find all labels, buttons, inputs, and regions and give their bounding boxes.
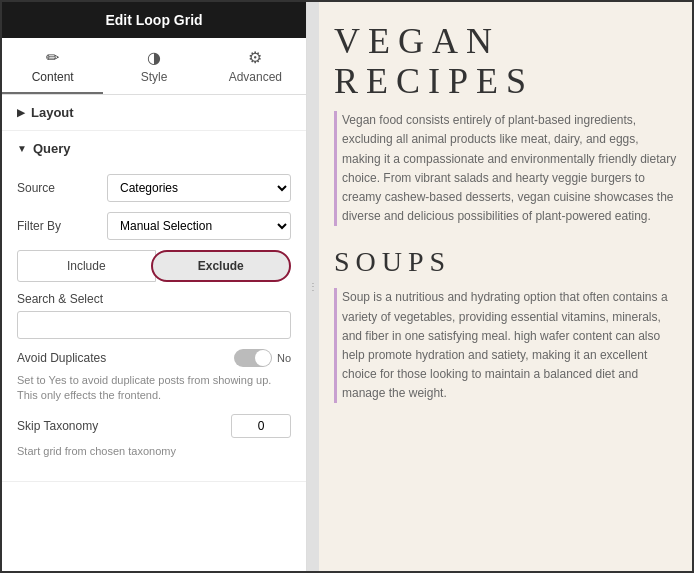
advanced-icon: ⚙	[248, 48, 262, 67]
left-panel: Edit Loop Grid ✏ Content ◑ Style ⚙ Advan…	[2, 2, 307, 571]
source-row: Source Categories Posts Pages	[17, 174, 291, 202]
query-section-header[interactable]: ▼ Query	[2, 131, 306, 166]
skip-input[interactable]	[231, 414, 291, 438]
layout-section: ▶ Layout	[2, 95, 306, 131]
filter-select-wrapper: Manual Selection Date Author	[107, 212, 291, 240]
search-select-label: Search & Select	[17, 292, 291, 306]
vegan-line1: VEGAN	[334, 22, 677, 62]
include-button[interactable]: Include	[17, 250, 156, 282]
skip-taxonomy-row: Skip Taxonomy	[17, 414, 291, 438]
tab-content-label: Content	[32, 70, 74, 84]
filter-select[interactable]: Manual Selection Date Author	[107, 212, 291, 240]
tab-advanced[interactable]: ⚙ Advanced	[205, 38, 306, 94]
layout-section-header[interactable]: ▶ Layout	[2, 95, 306, 130]
toggle-no-label: No	[277, 352, 291, 364]
source-select-wrapper: Categories Posts Pages	[107, 174, 291, 202]
layout-arrow: ▶	[17, 107, 25, 118]
query-label: Query	[33, 141, 71, 156]
include-exclude-row: Include Exclude	[17, 250, 291, 282]
avoid-label: Avoid Duplicates	[17, 351, 234, 365]
tab-style-label: Style	[141, 70, 168, 84]
tab-bar: ✏ Content ◑ Style ⚙ Advanced	[2, 38, 306, 95]
source-select[interactable]: Categories Posts Pages	[107, 174, 291, 202]
exclude-button[interactable]: Exclude	[151, 250, 292, 282]
avoid-toggle[interactable]: No	[234, 349, 291, 367]
skip-label: Skip Taxonomy	[17, 419, 231, 433]
filter-label: Filter By	[17, 219, 107, 233]
panel-body: ▶ Layout ▼ Query Source Categories Posts	[2, 95, 306, 571]
avoid-hint: Set to Yes to avoid duplicate posts from…	[17, 373, 291, 404]
search-input[interactable]	[17, 311, 291, 339]
query-section: ▼ Query Source Categories Posts Pages	[2, 131, 306, 482]
resize-handle[interactable]: ⋮	[307, 2, 319, 571]
soups-text-block: Soup is a nutritious and hydrating optio…	[334, 288, 677, 403]
style-icon: ◑	[147, 48, 161, 67]
soups-title: SOUPS	[334, 246, 677, 278]
toggle-thumb	[255, 350, 271, 366]
avoid-duplicates-row: Avoid Duplicates No	[17, 349, 291, 367]
content-icon: ✏	[46, 48, 59, 67]
filter-row: Filter By Manual Selection Date Author	[17, 212, 291, 240]
soups-text: Soup is a nutritious and hydrating optio…	[342, 288, 677, 403]
vegan-line2: RECIPES	[334, 62, 677, 102]
right-panel: VEGAN RECIPES Vegan food consists entire…	[319, 2, 692, 571]
vegan-text: Vegan food consists entirely of plant-ba…	[342, 111, 677, 226]
tab-style[interactable]: ◑ Style	[103, 38, 204, 94]
vegan-title: VEGAN RECIPES	[334, 22, 677, 101]
tab-content[interactable]: ✏ Content	[2, 38, 103, 94]
toggle-track[interactable]	[234, 349, 272, 367]
vegan-text-block: Vegan food consists entirely of plant-ba…	[334, 111, 677, 226]
query-section-content: Source Categories Posts Pages Filter By	[2, 166, 306, 481]
source-label: Source	[17, 181, 107, 195]
query-arrow: ▼	[17, 143, 27, 154]
panel-header: Edit Loop Grid	[2, 2, 306, 38]
panel-title: Edit Loop Grid	[105, 12, 202, 28]
tab-advanced-label: Advanced	[229, 70, 282, 84]
skip-hint: Start grid from chosen taxonomy	[17, 444, 291, 459]
layout-label: Layout	[31, 105, 74, 120]
